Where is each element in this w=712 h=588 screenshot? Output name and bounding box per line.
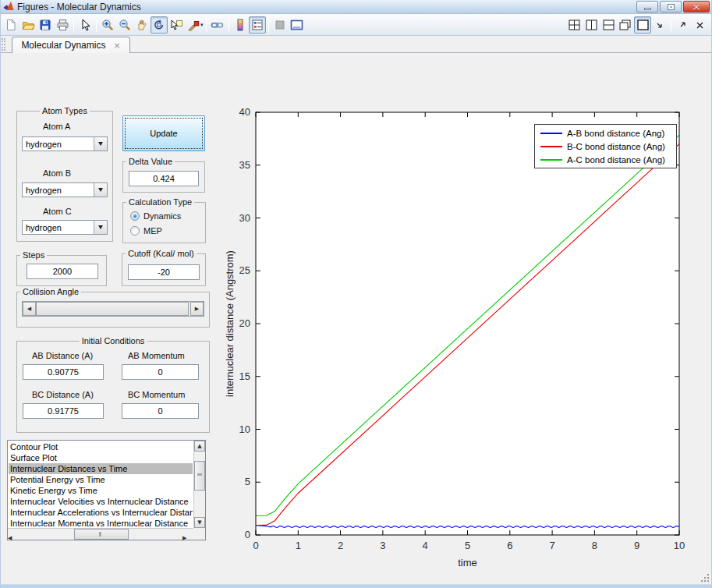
slider-thumb[interactable]	[36, 302, 189, 316]
title-bar: Figures - Molecular Dynamics	[1, 0, 711, 14]
save-button[interactable]	[37, 16, 54, 34]
steps-field[interactable]: 2000	[27, 264, 98, 279]
maximize-tab-button[interactable]	[634, 16, 651, 34]
slider-left-arrow[interactable]: ◀	[23, 302, 36, 316]
radio-unselected-icon	[130, 226, 140, 236]
zoom-in-button[interactable]	[99, 16, 116, 34]
window-bottom-border	[1, 584, 711, 588]
legend-line-swatch	[540, 159, 562, 161]
atom-b-label: Atom B	[43, 168, 71, 178]
radio-dynamics[interactable]: Dynamics	[130, 211, 181, 221]
tile-grid-button[interactable]	[565, 16, 583, 34]
brush-data-button[interactable]	[185, 16, 202, 34]
insert-colorbar-button[interactable]	[232, 16, 249, 34]
scroll-up-button[interactable]: ▲	[194, 441, 205, 452]
tab-molecular-dynamics[interactable]: Molecular Dynamics ×	[12, 37, 130, 53]
cutoff-legend: Cutoff (Kcal/ mol)	[126, 249, 197, 258]
svg-text:2: 2	[338, 540, 343, 551]
float-windows-icon	[619, 19, 632, 30]
plot-legend[interactable]: A-B bond distance (Ang)B-C bond distance…	[534, 124, 677, 168]
legend-line-swatch	[540, 133, 562, 134]
listbox-item[interactable]: Kinetic Energy vs Time	[9, 485, 193, 496]
tabbar-grip[interactable]	[2, 38, 5, 51]
scroll-left-button[interactable]: ◀	[8, 529, 19, 540]
undock-icon	[678, 21, 686, 29]
zoom-out-button[interactable]	[116, 16, 133, 34]
edit-pointer-button[interactable]	[76, 16, 94, 34]
insert-legend-button[interactable]	[249, 16, 266, 34]
atom-b-dropdown-button[interactable]	[94, 183, 107, 197]
resize-grip[interactable]	[700, 573, 710, 583]
tile-horizontal-icon	[603, 19, 615, 30]
tiling-menu-arrow-button[interactable]	[651, 16, 668, 34]
collision-angle-slider[interactable]: ◀ ▶	[22, 301, 204, 317]
listbox-item[interactable]: Contour Plot	[9, 441, 193, 452]
radio-selected-icon	[130, 211, 140, 221]
atom-c-dropdown-button[interactable]	[94, 221, 107, 234]
rotate-3d-button[interactable]	[151, 16, 168, 34]
minimize-button[interactable]	[636, 1, 658, 12]
listbox-item[interactable]: Surface Plot	[9, 452, 193, 463]
axes-plot[interactable]: 0123456789100510152025303540timeinternuc…	[223, 104, 695, 572]
close-panel-button[interactable]	[691, 16, 708, 34]
up-arrow-icon: ▲	[197, 443, 201, 449]
horizontal-scroll-thumb[interactable]	[74, 529, 129, 540]
pan-button[interactable]	[133, 16, 151, 34]
thumb-grip	[99, 532, 101, 537]
brush-icon	[187, 19, 200, 31]
cutoff-field[interactable]: -20	[128, 264, 200, 280]
atom-a-dropdown-button[interactable]	[94, 137, 107, 151]
listbox-item[interactable]: Potential Energy vs Time	[9, 474, 193, 485]
float-windows-button[interactable]	[617, 16, 634, 34]
listbox-item[interactable]: Internuclear Distances vs Time	[9, 463, 193, 474]
steps-legend: Steps	[20, 250, 47, 260]
radio-dynamics-label: Dynamics	[143, 211, 181, 221]
calculation-type-group: Calculation Type	[122, 202, 206, 243]
link-plot-button[interactable]	[209, 16, 226, 34]
scroll-right-button[interactable]: ▶	[182, 529, 193, 540]
listbox-item[interactable]: Internuclear Momenta vs Internuclear Dis…	[9, 518, 193, 527]
restore-icon	[668, 4, 675, 10]
data-cursor-button[interactable]	[168, 16, 185, 34]
vertical-scroll-thumb[interactable]	[194, 461, 205, 491]
brush-menu-arrow-icon[interactable]: ▾	[200, 22, 204, 28]
legend-entry-label: B-C bond distance (Ang)	[567, 142, 665, 151]
listbox-item[interactable]: Internuclear Accelerations vs Internucle…	[9, 507, 193, 518]
atom-types-legend: Atom Types	[40, 106, 90, 115]
tile-horizontal-button[interactable]	[600, 16, 617, 34]
ab-distance-field[interactable]: 0.90775	[23, 364, 104, 380]
new-file-button[interactable]	[2, 16, 19, 34]
restore-button[interactable]	[660, 1, 682, 12]
listbox-item[interactable]: Internuclear Velocities vs Internuclear …	[9, 496, 193, 507]
tile-vertical-icon	[586, 19, 597, 30]
scroll-down-button[interactable]: ▼	[194, 517, 205, 528]
hide-plot-tools-button[interactable]	[271, 16, 289, 34]
pan-hand-icon	[136, 19, 148, 31]
undock-button[interactable]	[674, 16, 691, 34]
open-file-button[interactable]	[19, 16, 37, 34]
tile-grid-icon	[569, 19, 580, 30]
atom-b-value: hydrogen	[23, 183, 94, 197]
atom-a-dropdown[interactable]: hydrogen	[22, 136, 108, 151]
close-button[interactable]	[683, 1, 710, 12]
delta-value-field[interactable]: 0.424	[129, 171, 199, 186]
bc-distance-field[interactable]: 0.91775	[23, 403, 104, 419]
update-button[interactable]: Update	[122, 115, 205, 151]
slider-right-arrow[interactable]: ▶	[190, 302, 204, 316]
atom-c-value: hydrogen	[23, 221, 94, 234]
bc-momentum-field[interactable]: 0	[122, 403, 199, 419]
svg-text:time: time	[458, 557, 477, 569]
print-button[interactable]	[54, 16, 71, 34]
tile-vertical-button[interactable]	[583, 16, 600, 34]
ab-momentum-field[interactable]: 0	[122, 364, 199, 380]
listbox-vertical-scrollbar[interactable]: ▲ ▼	[193, 441, 205, 528]
atom-c-dropdown[interactable]: hydrogen	[22, 220, 108, 235]
tab-close-icon[interactable]: ×	[113, 41, 120, 51]
plot-type-listbox[interactable]: Contour PlotSurface PlotInternuclear Dis…	[7, 440, 206, 540]
data-cursor-icon	[170, 19, 183, 31]
atom-b-dropdown[interactable]: hydrogen	[22, 182, 108, 197]
pointer-icon	[80, 19, 90, 31]
show-plot-tools-button[interactable]	[289, 16, 306, 34]
listbox-horizontal-scrollbar[interactable]: ◀ ▶	[8, 528, 193, 540]
radio-mep[interactable]: MEP	[130, 226, 162, 236]
